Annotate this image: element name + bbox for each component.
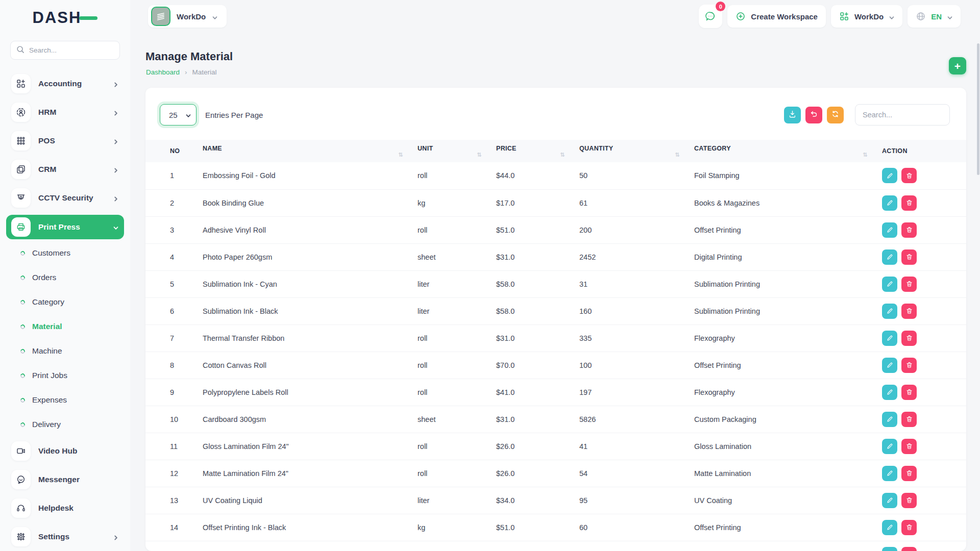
edit-button[interactable] xyxy=(882,358,897,373)
delete-button[interactable] xyxy=(901,439,917,454)
sidebar-item-crm[interactable]: CRM xyxy=(6,158,124,181)
edit-button[interactable] xyxy=(882,331,897,346)
language-selector[interactable]: EN xyxy=(908,5,961,28)
table-toolbar: 25 Entries Per Page xyxy=(145,88,966,126)
delete-button[interactable] xyxy=(901,195,917,211)
edit-button[interactable] xyxy=(882,168,897,183)
column-header-quantity[interactable]: QUANTITY⇅ xyxy=(579,140,694,162)
delete-button[interactable] xyxy=(901,466,917,481)
delete-button[interactable] xyxy=(901,304,917,319)
sidebar-item-accounting[interactable]: Accounting xyxy=(6,72,124,95)
delete-button[interactable] xyxy=(901,249,917,265)
delete-button[interactable] xyxy=(901,385,917,400)
sidebar-item-messenger[interactable]: Messenger xyxy=(6,468,124,491)
delete-button[interactable] xyxy=(901,412,917,427)
cell-unit: liter xyxy=(418,487,496,514)
row-actions xyxy=(882,547,966,551)
export-download-button[interactable] xyxy=(784,107,801,123)
cell-no: 6 xyxy=(145,297,203,324)
row-actions xyxy=(882,493,966,508)
entries-per-page-label: Entries Per Page xyxy=(205,111,263,119)
cctv-icon xyxy=(11,188,31,208)
cell-action xyxy=(882,514,966,541)
edit-button[interactable] xyxy=(882,385,897,400)
cell-price: $26.0 xyxy=(496,460,579,487)
edit-button[interactable] xyxy=(882,547,897,551)
table-search-input[interactable] xyxy=(855,104,950,126)
cell-unit: roll xyxy=(418,379,496,406)
table-row: 2Book Binding Gluekg$17.061Books & Magaz… xyxy=(145,189,966,216)
edit-button[interactable] xyxy=(882,304,897,319)
sidebar-item-hrm[interactable]: HRM xyxy=(6,101,124,124)
sidebar-subitem-delivery[interactable]: Delivery xyxy=(6,415,124,434)
delete-button[interactable] xyxy=(901,520,917,535)
refresh-button[interactable] xyxy=(827,107,844,123)
sidebar-subitem-orders[interactable]: Orders xyxy=(6,268,124,287)
edit-button[interactable] xyxy=(882,249,897,265)
cell-category: Sublimation Printing xyxy=(694,270,882,297)
page-scrollbar[interactable] xyxy=(977,43,979,175)
cell-action xyxy=(882,216,966,243)
entries-per-page-select[interactable]: 25 xyxy=(160,104,197,126)
delete-button[interactable] xyxy=(901,358,917,373)
sidebar-subitem-print-jobs[interactable]: Print Jobs xyxy=(6,366,124,385)
sidebar-item-label: Video Hub xyxy=(38,446,119,456)
workspace-selector[interactable]: WorkDo xyxy=(148,5,227,28)
delete-button[interactable] xyxy=(901,493,917,508)
delete-button[interactable] xyxy=(901,168,917,183)
sidebar-item-pos[interactable]: POS xyxy=(6,129,124,153)
cell-unit: roll xyxy=(418,216,496,243)
cell-quantity: 100 xyxy=(579,352,694,379)
edit-button[interactable] xyxy=(882,493,897,508)
sidebar-subitem-customers[interactable]: Customers xyxy=(6,243,124,263)
column-header-category[interactable]: CATEGORY⇅ xyxy=(694,140,882,162)
sidebar-subitem-machine[interactable]: Machine xyxy=(6,341,124,361)
sidebar-subitem-expenses[interactable]: Expenses xyxy=(6,390,124,410)
breadcrumb-dashboard-link[interactable]: Dashboard xyxy=(146,68,180,76)
edit-button[interactable] xyxy=(882,520,897,535)
sidebar-item-video-hub[interactable]: Video Hub xyxy=(6,439,124,463)
sidebar-subitem-label: Print Jobs xyxy=(32,371,67,380)
topbar-right: 0 Create Workspace WorkDo EN xyxy=(699,5,961,28)
add-material-button[interactable]: + xyxy=(949,57,966,74)
sidebar-item-label: HRM xyxy=(38,108,105,117)
undo-icon xyxy=(810,110,818,120)
cell-unit: roll xyxy=(418,324,496,352)
table-row: 8Cotton Canvas Rollroll$70.0100Offset Pr… xyxy=(145,352,966,379)
app-logo[interactable]: DASH xyxy=(0,0,130,36)
cell-category: Matte Lamination xyxy=(694,460,882,487)
sidebar-subitem-material[interactable]: Material xyxy=(6,317,124,336)
delete-button[interactable] xyxy=(901,222,917,238)
chat-button[interactable]: 0 xyxy=(699,5,722,28)
sidebar-subitem-category[interactable]: Category xyxy=(6,292,124,312)
chevron-down-icon xyxy=(113,224,119,230)
chevron-right-icon xyxy=(113,109,119,115)
sidebar-item-helpdesk[interactable]: Helpdesk xyxy=(6,496,124,520)
sidebar-item-print-press[interactable]: Print Press xyxy=(6,215,124,239)
table-row: 4Photo Paper 260gsmsheet$31.02452Digital… xyxy=(145,243,966,270)
delete-button[interactable] xyxy=(901,277,917,292)
sidebar-subitem-label: Material xyxy=(32,322,62,331)
workdo-menu-button[interactable]: WorkDo xyxy=(831,5,902,28)
edit-button[interactable] xyxy=(882,439,897,454)
sidebar-search-input[interactable] xyxy=(10,41,120,60)
cell-unit: kg xyxy=(418,541,496,551)
sidebar-item-settings[interactable]: Settings xyxy=(6,525,124,548)
sidebar-item-cctv-security[interactable]: CCTV Security xyxy=(6,186,124,210)
edit-button[interactable] xyxy=(882,222,897,238)
create-workspace-button[interactable]: Create Workspace xyxy=(727,5,826,28)
undo-button[interactable] xyxy=(805,107,822,123)
edit-button[interactable] xyxy=(882,277,897,292)
cell-name: Book Binding Glue xyxy=(203,189,418,216)
column-header-price[interactable]: PRICE⇅ xyxy=(496,140,579,162)
bullet-icon xyxy=(19,397,26,403)
column-header-name[interactable]: NAME⇅ xyxy=(203,140,418,162)
edit-button[interactable] xyxy=(882,466,897,481)
edit-button[interactable] xyxy=(882,412,897,427)
delete-button[interactable] xyxy=(901,547,917,551)
cell-action xyxy=(882,352,966,379)
edit-button[interactable] xyxy=(882,195,897,211)
create-workspace-label: Create Workspace xyxy=(751,12,818,21)
column-header-unit[interactable]: UNIT⇅ xyxy=(418,140,496,162)
delete-button[interactable] xyxy=(901,331,917,346)
